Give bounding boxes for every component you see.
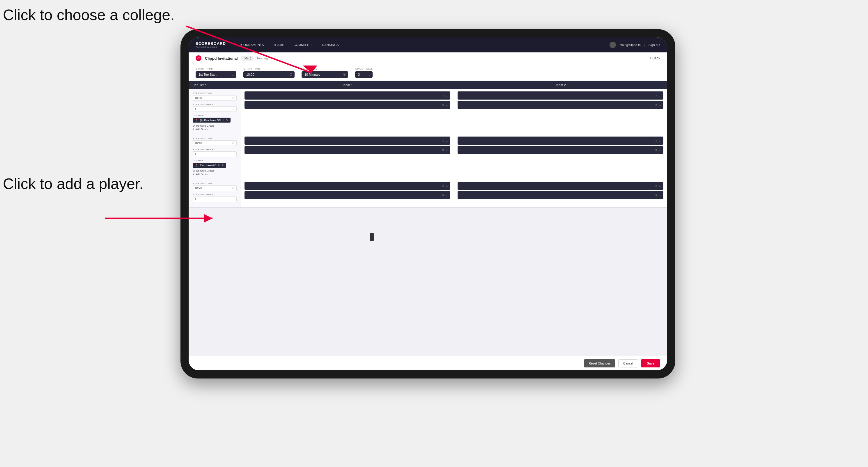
remove-group-btn-1[interactable]: ⊖ Remove Group — [193, 124, 237, 127]
player-slot-2-1[interactable]: × ⌄ — [458, 91, 663, 100]
reset-changes-button[interactable]: Reset Changes — [584, 359, 615, 367]
intervals-group: Intervals 10 Minutes ⓘ — [302, 67, 348, 78]
info-icon: ⓘ — [290, 73, 292, 76]
save-button[interactable]: Save — [641, 359, 660, 367]
player-slot-4-1[interactable]: × ⌄ — [458, 136, 663, 145]
starting-hole-input-1[interactable]: 1 ⌄ — [193, 106, 237, 112]
add-group-btn-2[interactable]: + Add Group — [193, 173, 237, 176]
course-tag-2[interactable]: 📍 East Lake GC × ✎ — [193, 163, 226, 168]
player-slot-4-2[interactable]: × ⌄ — [458, 146, 663, 154]
team1-col-1: × ⌄ × ⌄ — [241, 89, 454, 134]
time-slot-1: STARTING TIME: 10:00 ⏱ STARTING HOLE: 1 … — [189, 89, 667, 134]
footer-bar: Reset Changes Cancel Save — [189, 356, 667, 370]
team1-col-3: × ⌄ × ⌄ — [241, 179, 454, 207]
course-remove-2[interactable]: × — [218, 164, 220, 167]
player-slot-6-2[interactable]: × ⌄ — [458, 191, 663, 199]
course-edit-2[interactable]: ✎ — [221, 164, 224, 167]
player-edit-2-2[interactable]: ⌄ — [659, 103, 661, 106]
player-x-5-1[interactable]: × — [442, 184, 444, 187]
th-team2: Team 2 — [454, 81, 667, 89]
player-slot-6-1[interactable]: × ⌄ — [458, 182, 663, 190]
side-button[interactable] — [370, 233, 374, 241]
remove-group-btn-2[interactable]: ⊖ Remove Group — [193, 169, 237, 173]
player-x-5-2[interactable]: × — [442, 194, 444, 197]
course-tag-1[interactable]: 📍 (A) Peachtree GC × ✎ — [193, 118, 230, 123]
player-x-4-2[interactable]: × — [655, 149, 657, 152]
player-x-2-2[interactable]: × — [655, 103, 657, 106]
player-slot-5-1[interactable]: × ⌄ — [245, 182, 450, 190]
time-slot-2: STARTING TIME: 10:10 ⏱ STARTING HOLE: 1 … — [189, 134, 667, 179]
tablet-frame: SCOREBOARD Powered by clippd TOURNAMENTS… — [181, 29, 675, 378]
user-avatar — [610, 42, 616, 48]
nav-teams[interactable]: TEAMS — [269, 41, 288, 48]
starting-hole-input-2[interactable]: 1 ⌄ — [193, 151, 237, 157]
starting-time-input-1[interactable]: 10:00 ⏱ — [193, 95, 237, 101]
group-size-select[interactable]: 3 — [355, 71, 373, 78]
starting-time-input-3[interactable]: 10:20 ⏱ — [193, 185, 237, 191]
remove-icon-1: ⊖ — [193, 124, 195, 127]
starting-time-input-2[interactable]: 10:10 ⏱ — [193, 140, 237, 146]
player-x-3-1[interactable]: × — [442, 139, 444, 143]
add-icon-2: + — [193, 173, 194, 176]
starting-time-label-1: STARTING TIME: — [193, 92, 237, 95]
time-slot-3: STARTING TIME: 10:20 ⏱ STARTING HOLE: 1 … — [189, 179, 667, 208]
player-edit-3-1[interactable]: ⌄ — [446, 139, 448, 143]
course-icon-1: 📍 — [195, 119, 198, 122]
course-icon-2: 📍 — [195, 164, 198, 167]
player-slot-1-2[interactable]: × ⌄ — [245, 101, 450, 109]
nav-rankings[interactable]: RANKINGS — [318, 41, 343, 48]
player-edit-4-2[interactable]: ⌄ — [659, 149, 661, 152]
starting-time-row-1: STARTING TIME: 10:00 ⏱ — [193, 92, 237, 101]
group-size-group: Group Size 3 — [355, 67, 373, 78]
player-x-1-2[interactable]: × — [442, 103, 444, 106]
group-size-wrapper: 3 — [355, 71, 373, 78]
course-edit-1[interactable]: ✎ — [226, 119, 228, 122]
start-type-label: Start Type — [196, 67, 236, 70]
left-col-3: STARTING TIME: 10:20 ⏱ STARTING HOLE: 1 … — [189, 179, 241, 207]
player-edit-6-2[interactable]: ⌄ — [659, 194, 661, 197]
intervals-select[interactable]: 10 Minutes — [302, 71, 348, 78]
nav-right: blair@clippd.io | Sign out — [610, 42, 660, 48]
starting-time-row-3: STARTING TIME: 10:20 ⏱ — [193, 182, 237, 191]
sign-out-link[interactable]: Sign out — [649, 43, 660, 46]
player-x-1-1[interactable]: × — [442, 94, 444, 97]
player-x-6-2[interactable]: × — [655, 194, 657, 197]
cancel-button[interactable]: Cancel — [618, 359, 638, 367]
player-edit-1-2[interactable]: ⌄ — [446, 103, 448, 106]
player-edit-5-2[interactable]: ⌄ — [446, 194, 448, 197]
player-slot-3-2[interactable]: × ⌄ — [245, 146, 450, 154]
player-slot-3-1[interactable]: × ⌄ — [245, 136, 450, 145]
breadcrumb-badge: (Men) — [241, 56, 253, 61]
main-content: Tee Time Team 1 Team 2 STARTING TIME: 10… — [189, 81, 667, 370]
player-slot-5-2[interactable]: × ⌄ — [245, 191, 450, 199]
nav-links: TOURNAMENTS TEAMS COMMITTEE RANKINGS — [235, 41, 610, 48]
nav-committee[interactable]: COMMITTEE — [290, 41, 317, 48]
player-slot-1-1[interactable]: × ⌄ — [245, 91, 450, 100]
player-edit-6-1[interactable]: ⌄ — [659, 184, 661, 187]
start-time-input[interactable] — [243, 71, 294, 78]
add-group-btn-1[interactable]: + Add Group — [193, 128, 237, 131]
player-edit-2-1[interactable]: ⌄ — [659, 94, 661, 97]
back-button[interactable]: Back — [649, 56, 660, 60]
info-icon-2: ⓘ — [343, 73, 346, 76]
player-edit-5-1[interactable]: ⌄ — [446, 184, 448, 187]
player-x-6-1[interactable]: × — [655, 184, 657, 187]
player-edit-1-1[interactable]: ⌄ — [446, 94, 448, 97]
starting-hole-input-3[interactable]: 1 ⌄ — [193, 196, 237, 202]
player-x-4-1[interactable]: × — [655, 139, 657, 143]
time-icon-2: ⏱ — [232, 142, 235, 145]
scroll-area[interactable]: STARTING TIME: 10:00 ⏱ STARTING HOLE: 1 … — [189, 89, 667, 356]
starting-hole-label-1: STARTING HOLE: — [193, 103, 237, 106]
starting-time-label-3: STARTING TIME: — [193, 182, 237, 185]
player-slot-2-2[interactable]: × ⌄ — [458, 101, 663, 109]
nav-tournaments[interactable]: TOURNAMENTS — [235, 41, 268, 48]
player-x-2-1[interactable]: × — [655, 94, 657, 97]
player-edit-3-2[interactable]: ⌄ — [446, 149, 448, 152]
breadcrumb-title: Clippd Invitational — [205, 56, 238, 61]
starting-hole-row-1: STARTING HOLE: 1 ⌄ — [193, 103, 237, 112]
course-remove-1[interactable]: × — [223, 119, 224, 122]
start-type-select[interactable]: 1st Tee Start — [196, 71, 236, 78]
group-size-label: Group Size — [355, 67, 373, 70]
player-x-3-2[interactable]: × — [442, 149, 444, 152]
player-edit-4-1[interactable]: ⌄ — [659, 139, 661, 143]
